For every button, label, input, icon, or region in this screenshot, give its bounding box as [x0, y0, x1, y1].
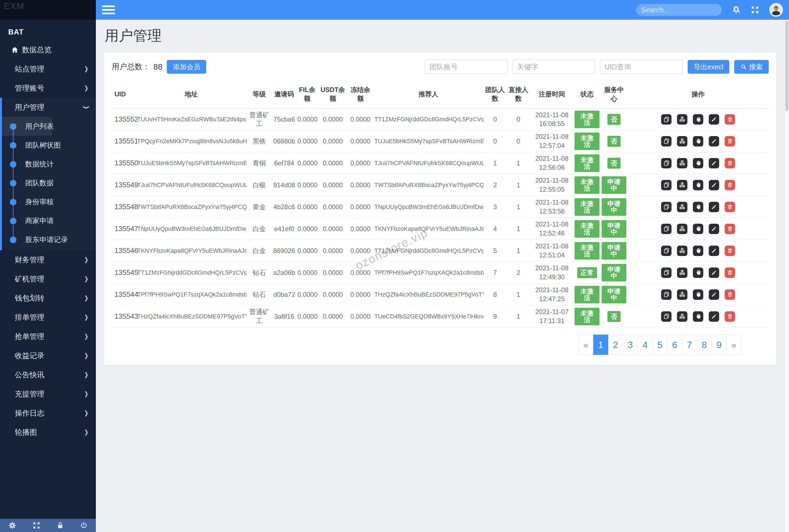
- edit-button[interactable]: [709, 224, 719, 234]
- pagination-page-9[interactable]: 9: [712, 335, 727, 355]
- sidebar-item-data-overview[interactable]: 数据总览: [0, 40, 96, 59]
- pagination-next[interactable]: »: [726, 335, 741, 355]
- bell-icon[interactable]: [732, 5, 741, 15]
- cubes-button[interactable]: [677, 136, 688, 147]
- copy-button[interactable]: [661, 224, 672, 234]
- sidebar-item-admin-accounts[interactable]: 管理账号❯: [0, 79, 96, 98]
- delete-button[interactable]: [725, 136, 735, 147]
- gear-icon[interactable]: [8, 521, 17, 530]
- sidebar-item-announcement-news[interactable]: 公告快讯❯: [0, 365, 96, 384]
- edit-button[interactable]: [709, 311, 719, 322]
- hand-button[interactable]: [693, 180, 703, 190]
- sidebar-item-merchant-apply[interactable]: 商家申请: [2, 211, 96, 230]
- edit-button[interactable]: [709, 202, 719, 212]
- delete-button[interactable]: [725, 202, 735, 212]
- cubes-button[interactable]: [677, 180, 688, 190]
- hand-button[interactable]: [693, 136, 703, 147]
- cubes-button[interactable]: [677, 224, 688, 234]
- cubes-button[interactable]: [677, 202, 688, 212]
- delete-button[interactable]: [725, 246, 735, 256]
- copy-button[interactable]: [661, 180, 672, 190]
- delete-button[interactable]: [725, 114, 735, 125]
- hand-button[interactable]: [693, 202, 703, 212]
- delete-button[interactable]: [725, 311, 735, 322]
- copy-button[interactable]: [661, 311, 672, 322]
- cell-actions: [627, 240, 769, 262]
- cubes-button[interactable]: [677, 246, 688, 256]
- delete-button[interactable]: [725, 180, 735, 190]
- pagination-page-7[interactable]: 7: [682, 335, 697, 355]
- avatar[interactable]: [769, 3, 783, 17]
- pagination-page-4[interactable]: 4: [638, 335, 653, 355]
- cubes-button[interactable]: [677, 267, 688, 278]
- sidebar-item-user-management[interactable]: 用户管理❯: [2, 98, 96, 117]
- copy-button[interactable]: [661, 158, 672, 168]
- hand-button[interactable]: [693, 224, 703, 234]
- cubes-button[interactable]: [677, 289, 688, 300]
- copy-button[interactable]: [661, 289, 672, 300]
- sidebar-item-team-tree[interactable]: 团队树状图: [2, 136, 96, 155]
- delete-button[interactable]: [725, 158, 735, 168]
- sidebar-item-shareholder-apply-records[interactable]: 股东申请记录: [2, 230, 96, 249]
- pagination-page-6[interactable]: 6: [667, 335, 682, 355]
- pagination-page-2[interactable]: 2: [608, 335, 623, 355]
- copy-button[interactable]: [661, 202, 672, 212]
- fullscreen-icon[interactable]: [32, 521, 40, 530]
- sidebar-item-miner-management[interactable]: 矿机管理❯: [0, 269, 96, 289]
- copy-button[interactable]: [661, 136, 672, 147]
- sidebar-item-earnings-records[interactable]: 收益记录❯: [0, 346, 96, 365]
- scrollbar-thumb[interactable]: [786, 21, 788, 111]
- delete-button[interactable]: [725, 224, 735, 234]
- menu-toggle-icon[interactable]: [102, 4, 115, 15]
- cubes-button[interactable]: [677, 311, 688, 322]
- search-button[interactable]: 搜索: [734, 60, 769, 74]
- sidebar-item-finance-management[interactable]: 财务管理❯: [0, 250, 96, 269]
- sidebar-item-order-queue-management[interactable]: 排单管理❯: [0, 308, 96, 327]
- hand-button[interactable]: [693, 311, 703, 322]
- sidebar-item-operation-logs[interactable]: 操作日志❯: [0, 404, 96, 423]
- edit-button[interactable]: [709, 180, 719, 190]
- keyword-input[interactable]: [512, 60, 595, 74]
- copy-button[interactable]: [661, 267, 672, 278]
- lock-icon[interactable]: [56, 521, 64, 529]
- cubes-button[interactable]: [677, 158, 688, 168]
- edit-button[interactable]: [709, 289, 719, 300]
- power-icon[interactable]: [80, 521, 88, 530]
- sidebar-item-carousel[interactable]: 轮播图❯: [0, 423, 96, 442]
- edit-button[interactable]: [709, 267, 719, 278]
- pagination-page-1[interactable]: 1: [593, 335, 608, 355]
- pagination-prev[interactable]: «: [578, 335, 594, 355]
- edit-button[interactable]: [709, 114, 719, 125]
- delete-button[interactable]: [725, 267, 735, 278]
- sidebar-item-site-management[interactable]: 站点管理❯: [0, 59, 96, 79]
- scrollbar-track[interactable]: [785, 20, 789, 532]
- edit-button[interactable]: [709, 158, 719, 168]
- sidebar-item-deposit-withdraw-management[interactable]: 充提管理❯: [0, 384, 96, 404]
- fullscreen-icon[interactable]: [751, 5, 759, 14]
- hand-button[interactable]: [693, 289, 703, 300]
- sidebar-item-wallet-transfer[interactable]: 钱包划转❯: [0, 289, 96, 308]
- add-member-button[interactable]: 添加会员: [167, 60, 206, 74]
- sidebar-item-order-grab-management[interactable]: 抢单管理❯: [0, 327, 96, 346]
- uid-query-input[interactable]: [600, 60, 683, 74]
- edit-button[interactable]: [709, 136, 719, 147]
- pagination-page-8[interactable]: 8: [697, 335, 712, 355]
- sidebar-item-user-list[interactable]: 用户列表: [2, 117, 96, 136]
- hand-button[interactable]: [693, 267, 703, 278]
- pagination-page-3[interactable]: 3: [623, 335, 638, 355]
- copy-button[interactable]: [661, 246, 672, 256]
- sidebar-item-identity-review[interactable]: 身份审核: [2, 192, 96, 211]
- edit-button[interactable]: [709, 246, 719, 256]
- cubes-button[interactable]: [677, 114, 688, 125]
- sidebar-item-data-statistics[interactable]: 数据统计: [2, 155, 96, 174]
- search-input[interactable]: [641, 6, 733, 14]
- export-excel-button[interactable]: 导出execl: [688, 60, 729, 74]
- copy-button[interactable]: [661, 114, 672, 125]
- hand-button[interactable]: [693, 158, 703, 168]
- hand-button[interactable]: [693, 246, 703, 256]
- hand-button[interactable]: [693, 114, 703, 125]
- team-account-input[interactable]: [425, 60, 507, 74]
- sidebar-item-team-data[interactable]: 团队数据: [2, 174, 96, 192]
- pagination-page-5[interactable]: 5: [652, 335, 668, 355]
- delete-button[interactable]: [725, 289, 735, 300]
